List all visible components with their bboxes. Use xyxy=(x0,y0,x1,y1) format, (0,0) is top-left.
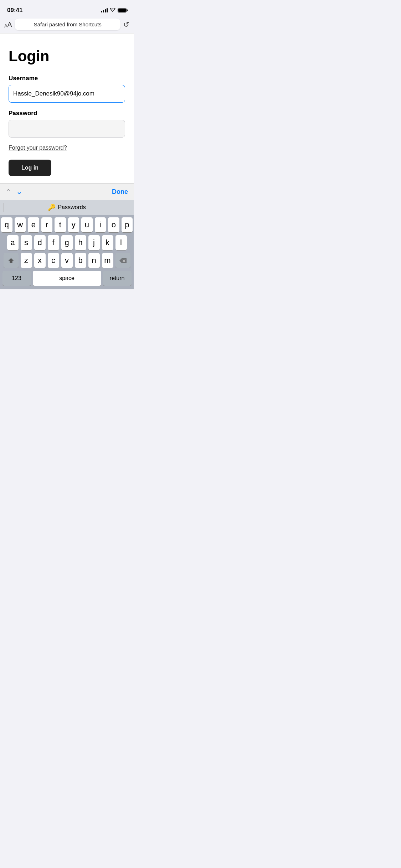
key-n[interactable]: n xyxy=(88,253,100,268)
key-q[interactable]: q xyxy=(1,217,12,232)
status-time: 09:41 xyxy=(7,7,22,14)
key-y[interactable]: y xyxy=(68,217,79,232)
key-p[interactable]: p xyxy=(122,217,133,232)
passwords-suggestion-bar[interactable]: 🔑 Passwords xyxy=(0,200,134,215)
prev-field-arrow[interactable]: ⌃ xyxy=(6,188,11,196)
key-l[interactable]: l xyxy=(115,235,127,250)
numbers-key[interactable]: 123 xyxy=(2,271,31,286)
key-w[interactable]: w xyxy=(15,217,26,232)
key-s[interactable]: s xyxy=(21,235,32,250)
divider-right xyxy=(130,203,130,212)
signal-icon xyxy=(101,8,108,12)
key-e[interactable]: e xyxy=(28,217,39,232)
status-icons xyxy=(101,8,127,13)
username-label: Username xyxy=(9,75,125,82)
nav-arrows: ⌃ ⌄ xyxy=(6,187,22,196)
return-key[interactable]: return xyxy=(103,271,132,286)
key-v[interactable]: v xyxy=(61,253,73,268)
key-a[interactable]: a xyxy=(7,235,19,250)
wifi-icon xyxy=(110,8,115,13)
battery-icon xyxy=(118,8,127,12)
keyboard-toolbar: ⌃ ⌄ Done xyxy=(0,183,134,200)
key-z[interactable]: z xyxy=(21,253,32,268)
passwords-label: Passwords xyxy=(58,204,86,211)
browser-bar: AA Safari pasted from Shortcuts ↺ xyxy=(0,16,134,33)
reload-button[interactable]: ↺ xyxy=(123,20,129,29)
key-o[interactable]: o xyxy=(108,217,119,232)
password-input[interactable] xyxy=(9,120,125,138)
key-j[interactable]: j xyxy=(88,235,100,250)
password-label: Password xyxy=(9,110,125,117)
key-r[interactable]: r xyxy=(41,217,53,232)
keyboard-row-1: q w e r t y u i o p xyxy=(1,217,133,232)
key-i[interactable]: i xyxy=(95,217,106,232)
key-u[interactable]: u xyxy=(81,217,93,232)
keyboard-row-3: z x c v b n m xyxy=(1,253,133,268)
forgot-password-link[interactable]: Forgot your password? xyxy=(9,145,125,151)
username-input[interactable] xyxy=(9,85,125,103)
page-title: Login xyxy=(9,48,125,65)
url-bar[interactable]: Safari pasted from Shortcuts xyxy=(15,19,120,30)
shift-key[interactable] xyxy=(4,253,19,268)
key-d[interactable]: d xyxy=(34,235,46,250)
web-content: Login Username Password Forgot your pass… xyxy=(0,33,134,183)
key-k[interactable]: k xyxy=(102,235,113,250)
key-g[interactable]: g xyxy=(61,235,73,250)
key-b[interactable]: b xyxy=(75,253,86,268)
keyboard-row-4: 123 space return xyxy=(1,271,133,286)
keyboard-row-2: a s d f g h j k l xyxy=(1,235,133,250)
key-x[interactable]: x xyxy=(34,253,46,268)
aa-button[interactable]: AA xyxy=(4,21,12,29)
next-field-arrow[interactable]: ⌄ xyxy=(16,187,22,196)
divider-left xyxy=(4,203,4,212)
key-t[interactable]: t xyxy=(55,217,66,232)
key-f[interactable]: f xyxy=(48,235,59,250)
status-bar: 09:41 xyxy=(0,0,134,16)
submit-button[interactable]: Log in xyxy=(9,160,51,176)
key-m[interactable]: m xyxy=(102,253,113,268)
key-c[interactable]: c xyxy=(48,253,59,268)
key-h[interactable]: h xyxy=(75,235,86,250)
passwords-bar-content: 🔑 Passwords xyxy=(48,203,86,211)
delete-key[interactable] xyxy=(115,253,130,268)
space-key[interactable]: space xyxy=(33,271,101,286)
key-icon: 🔑 xyxy=(48,203,56,211)
keyboard: q w e r t y u i o p a s d f g h j k l z … xyxy=(0,215,134,289)
done-button[interactable]: Done xyxy=(112,188,128,196)
